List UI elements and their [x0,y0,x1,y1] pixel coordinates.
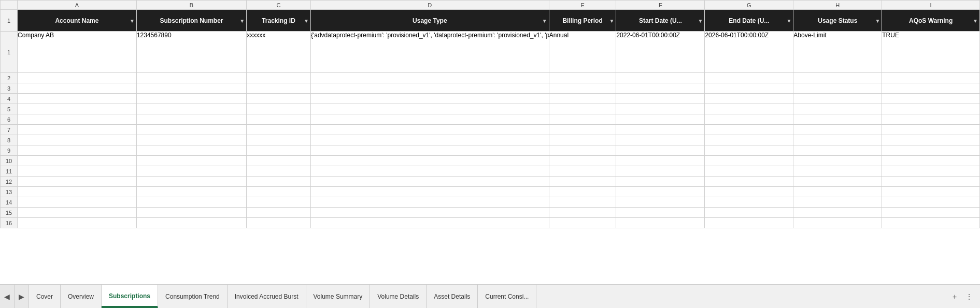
filter-dropdown-h[interactable]: ▼ [875,18,880,23]
col-header-subscription-number[interactable]: Subscription Number ▼ [136,10,246,32]
tab-volume-summary[interactable]: Volume Summary [306,285,371,308]
cell-end-date[interactable] [705,156,793,166]
cell-start-date[interactable] [616,208,705,218]
cell-billing-period[interactable] [549,187,616,197]
tab-prev-button[interactable]: ◀ [0,285,15,308]
cell-billing-period[interactable] [549,73,616,83]
cell-end-date[interactable] [705,197,793,208]
cell-end-date[interactable] [705,145,793,156]
tab-asset-details[interactable]: Asset Details [427,285,478,308]
cell-end-date[interactable] [705,166,793,177]
col-letter-f[interactable]: F [616,1,705,10]
col-letter-e[interactable]: E [549,1,616,10]
cell-start-date[interactable] [616,94,705,104]
cell-tracking-id[interactable] [247,156,311,166]
cell-aqos-warning[interactable] [882,114,980,125]
tab-next-button[interactable]: ▶ [15,285,29,308]
cell-subscription-number[interactable]: 1234567890 [136,32,246,73]
col-letter-b[interactable]: B [136,1,246,10]
cell-aqos-warning[interactable] [882,156,980,166]
cell-account-name[interactable] [18,145,137,156]
cell-usage-status[interactable]: Above-Limit [793,32,882,73]
cell-subscription-number[interactable] [136,187,246,197]
cell-account-name[interactable] [18,125,137,135]
cell-tracking-id[interactable] [247,114,311,125]
tab-overview[interactable]: Overview [61,285,102,308]
cell-aqos-warning[interactable] [882,135,980,145]
cell-usage-type[interactable] [310,197,549,208]
cell-subscription-number[interactable] [136,83,246,94]
cell-tracking-id[interactable] [247,104,311,114]
cell-usage-type[interactable] [310,83,549,94]
tab-cover[interactable]: Cover [29,285,61,308]
cell-aqos-warning[interactable] [882,73,980,83]
cell-account-name[interactable] [18,94,137,104]
cell-billing-period[interactable]: Annual [549,32,616,73]
cell-aqos-warning[interactable] [882,145,980,156]
cell-aqos-warning[interactable] [882,94,980,104]
cell-start-date[interactable] [616,145,705,156]
cell-start-date[interactable] [616,83,705,94]
cell-aqos-warning[interactable] [882,125,980,135]
cell-account-name[interactable]: Company AB [18,32,137,73]
filter-dropdown-c[interactable]: ▼ [304,18,309,23]
cell-billing-period[interactable] [549,156,616,166]
col-header-end-date[interactable]: End Date (U... ▼ [705,10,793,32]
cell-billing-period[interactable] [549,208,616,218]
cell-account-name[interactable] [18,197,137,208]
cell-usage-type[interactable] [310,177,549,187]
cell-aqos-warning[interactable]: TRUE [882,32,980,73]
cell-account-name[interactable] [18,73,137,83]
col-letter-a[interactable]: A [18,1,137,10]
cell-start-date[interactable] [616,187,705,197]
cell-usage-status[interactable] [793,145,882,156]
cell-tracking-id[interactable] [247,94,311,104]
cell-usage-status[interactable] [793,187,882,197]
cell-account-name[interactable] [18,156,137,166]
cell-billing-period[interactable] [549,145,616,156]
cell-usage-type[interactable] [310,94,549,104]
cell-usage-type[interactable] [310,187,549,197]
more-sheets-button[interactable]: ⋮ [962,290,976,303]
tab-consumption-trend[interactable]: Consumption Trend [158,285,228,308]
cell-tracking-id[interactable] [247,83,311,94]
filter-dropdown-i[interactable]: ▼ [973,18,978,23]
cell-tracking-id[interactable] [247,145,311,156]
cell-subscription-number[interactable] [136,125,246,135]
cell-tracking-id[interactable] [247,73,311,83]
cell-usage-status[interactable] [793,125,882,135]
cell-account-name[interactable] [18,187,137,197]
cell-start-date[interactable] [616,218,705,228]
cell-start-date[interactable] [616,114,705,125]
cell-aqos-warning[interactable] [882,197,980,208]
tab-subscriptions[interactable]: Subscriptions [102,285,158,308]
cell-subscription-number[interactable] [136,177,246,187]
cell-usage-status[interactable] [793,218,882,228]
cell-tracking-id[interactable] [247,125,311,135]
cell-usage-type[interactable] [310,208,549,218]
cell-billing-period[interactable] [549,114,616,125]
col-letter-i[interactable]: I [882,1,980,10]
cell-start-date[interactable] [616,177,705,187]
cell-usage-status[interactable] [793,156,882,166]
cell-end-date[interactable] [705,208,793,218]
cell-account-name[interactable] [18,218,137,228]
cell-usage-type[interactable] [310,145,549,156]
cell-subscription-number[interactable] [136,208,246,218]
cell-account-name[interactable] [18,135,137,145]
cell-start-date[interactable] [616,166,705,177]
cell-subscription-number[interactable] [136,135,246,145]
cell-aqos-warning[interactable] [882,218,980,228]
cell-usage-type[interactable] [310,73,549,83]
cell-tracking-id[interactable] [247,135,311,145]
cell-end-date[interactable] [705,177,793,187]
cell-billing-period[interactable] [549,94,616,104]
cell-usage-status[interactable] [793,104,882,114]
cell-usage-status[interactable] [793,208,882,218]
cell-subscription-number[interactable] [136,197,246,208]
cell-end-date[interactable] [705,218,793,228]
cell-aqos-warning[interactable] [882,166,980,177]
cell-usage-status[interactable] [793,166,882,177]
tab-invoiced-accrued-burst[interactable]: Invoiced Accrued Burst [228,285,306,308]
cell-usage-type[interactable] [310,135,549,145]
